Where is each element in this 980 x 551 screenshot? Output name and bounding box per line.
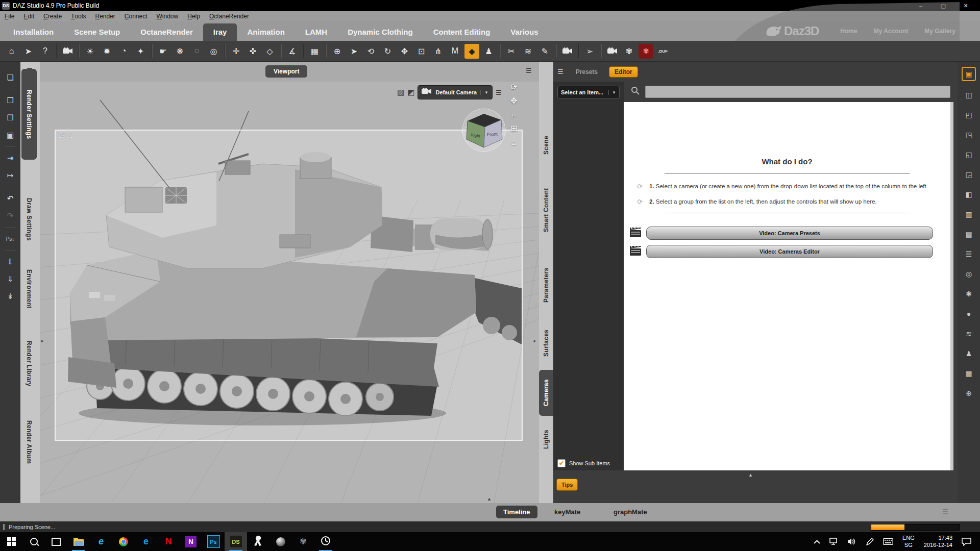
side-tab-lights[interactable]: Lights	[539, 419, 553, 460]
export-button[interactable]: ↦	[4, 169, 17, 182]
left-tab-render-library[interactable]: Render Library	[21, 325, 37, 403]
scale-tool[interactable]: ⊡	[414, 44, 429, 59]
new-center-tool[interactable]: ◎	[206, 44, 221, 59]
viewport-tab[interactable]: Viewport	[265, 65, 307, 78]
new-linear-point-light-tool[interactable]: ◔	[116, 44, 131, 59]
file-explorer-button[interactable]	[67, 532, 90, 551]
menu-help[interactable]: Help	[183, 11, 205, 21]
hair-brush-tool[interactable]: ≋	[521, 44, 535, 59]
side-tab-smart-content[interactable]: Smart Content	[539, 170, 553, 251]
dock-pane-split-icon[interactable]: ◫	[963, 89, 975, 101]
menu-render[interactable]: Render	[90, 11, 119, 21]
viewport-options-icon[interactable]: ☰	[496, 89, 502, 96]
dock-pane-grid-icon[interactable]: ▤	[963, 228, 975, 240]
bridge-sync-button[interactable]: ↡	[4, 290, 17, 303]
side-tab-scene[interactable]: Scene	[539, 125, 553, 166]
netflix-button[interactable]: N	[157, 532, 180, 551]
reset-camera-tool[interactable]: ⌂	[511, 138, 517, 146]
translate-tool[interactable]: ✥	[397, 44, 412, 59]
merge-file-button[interactable]: ❒	[4, 111, 17, 124]
menu-file[interactable]: File	[0, 11, 19, 21]
zbrush-button[interactable]	[247, 532, 270, 551]
collapse-left-handle[interactable]: ▸	[41, 338, 44, 343]
redo-button[interactable]: ↷	[4, 209, 17, 222]
camera-selector[interactable]: Default Camera ▼	[418, 85, 493, 99]
marmoset-button[interactable]	[270, 532, 292, 551]
internet-explorer-button[interactable]: e	[90, 532, 112, 551]
duf-export-tool[interactable]: .DUF	[655, 44, 670, 59]
tool-settings-pointer[interactable]: ➢	[582, 44, 597, 59]
dock-wand-icon[interactable]: ✱	[963, 288, 975, 300]
show-sub-items-checkbox[interactable]: ✔	[557, 459, 566, 467]
aspect-frame-icon[interactable]: ▨	[397, 88, 404, 97]
rotate-view-tool[interactable]: ⟲	[363, 44, 378, 59]
save-file-button[interactable]: ▣	[4, 129, 17, 142]
new-group-tool[interactable]: ❋	[173, 44, 187, 59]
pan-camera-tool[interactable]: ✥	[510, 97, 517, 105]
item-selector-dropdown[interactable]: Select an Item... ▼	[557, 86, 620, 99]
pen-icon[interactable]	[862, 538, 877, 546]
dock-figure-icon[interactable]: ♟	[963, 347, 975, 360]
collapse-right-handle[interactable]: ◂	[533, 338, 535, 343]
bridge-import-button[interactable]: ⇩	[4, 255, 17, 268]
scroll-up-arrow[interactable]: ▲	[748, 472, 753, 478]
language-indicator[interactable]: ENGSG	[899, 535, 918, 549]
frame-camera-tool[interactable]: ⊞	[510, 124, 517, 133]
dock-pane-corner-icon[interactable]: ◲	[963, 168, 975, 181]
start-button[interactable]	[0, 532, 22, 551]
menu-tools[interactable]: Tools	[66, 11, 90, 21]
menu-octanerender[interactable]: OctaneRender	[205, 11, 254, 21]
active-pane-icon[interactable]: ▣	[962, 67, 976, 81]
activity-tab-various[interactable]: Various	[500, 23, 548, 41]
new-node-instance-tool[interactable]: ✜	[246, 44, 260, 59]
octane-live-tool[interactable]: ✾	[639, 44, 653, 59]
left-tab-render-album[interactable]: Render Album	[21, 408, 37, 477]
tab-keymate[interactable]: keyMate	[547, 506, 587, 518]
tray-expand-icon[interactable]	[810, 540, 824, 544]
alarm-clock-button[interactable]	[314, 532, 337, 551]
video-button-2[interactable]: Video: Cameras Editor	[646, 245, 933, 258]
measure-tool[interactable]: ∡	[285, 44, 300, 59]
zoom-camera-tool[interactable]: ⌕	[511, 111, 516, 119]
dock-grid-icon[interactable]: ▦	[963, 367, 975, 380]
clock-indicator[interactable]: 17:432016-12-14	[920, 535, 956, 549]
volume-icon[interactable]	[844, 538, 860, 545]
menu-edit[interactable]: Edit	[19, 11, 39, 21]
taskbar-search-button[interactable]	[22, 532, 45, 551]
left-tab-environment[interactable]: Environment	[21, 258, 37, 320]
dock-pane-right-icon[interactable]: ◳	[963, 129, 975, 141]
search-input[interactable]	[645, 86, 950, 98]
task-view-button[interactable]	[45, 532, 67, 551]
undo-button[interactable]: ↶	[4, 192, 17, 205]
left-tab-render-settings[interactable]: Render Settings	[21, 69, 37, 160]
edge-button[interactable]: e	[135, 532, 157, 551]
dock-pane-bottom-icon[interactable]: ◱	[963, 148, 975, 161]
new-file-button[interactable]: ❏	[4, 71, 17, 84]
render-tool[interactable]	[560, 44, 575, 59]
tab-timeline[interactable]: Timeline	[496, 506, 537, 518]
grid-snap-tool[interactable]: ▦	[307, 44, 322, 59]
dock-pane-rows-icon[interactable]: ▥	[963, 208, 975, 220]
touch-keyboard-icon[interactable]	[879, 538, 897, 545]
action-center-icon[interactable]	[958, 538, 975, 546]
new-primitive-tool[interactable]: ◇	[262, 44, 277, 59]
activity-tab-lamh[interactable]: LAMH	[295, 23, 337, 41]
side-tab-cameras[interactable]: Cameras	[539, 370, 553, 416]
photoshop-bridge-button[interactable]: Ps↓	[4, 232, 17, 245]
octane-button[interactable]: ✾	[292, 532, 314, 551]
drawstyle-icon[interactable]: ◩	[407, 88, 414, 97]
render-frame-tool[interactable]	[605, 44, 620, 59]
whats-this-tool[interactable]: ?	[38, 44, 53, 59]
menu-window[interactable]: Window	[152, 11, 183, 21]
bridge-export-button[interactable]: ⇓	[4, 272, 17, 286]
cameras-pane-menu-icon[interactable]: ☰	[557, 68, 564, 76]
network-icon[interactable]	[826, 538, 842, 545]
video-button-1[interactable]: Video: Camera Presets	[646, 227, 933, 240]
photoshop-button[interactable]: Ps	[202, 532, 225, 551]
new-spotlight-tool[interactable]: ✦	[133, 44, 148, 59]
onenote-button[interactable]: N	[180, 532, 202, 551]
side-tab-surfaces[interactable]: Surfaces	[539, 319, 553, 367]
left-tab-draw-settings[interactable]: Draw Settings	[21, 186, 37, 253]
activity-tab-animation[interactable]: Animation	[237, 23, 295, 41]
surface-selection-tool[interactable]: ◆	[464, 44, 479, 59]
